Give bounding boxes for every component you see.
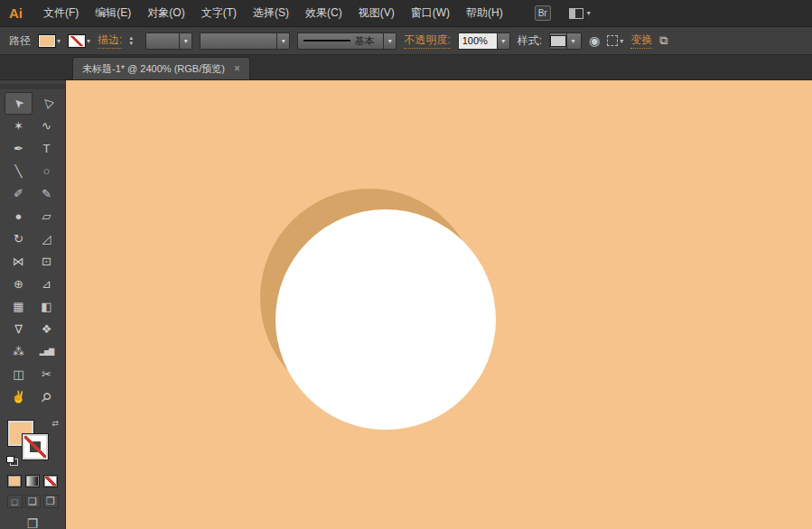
menu-help[interactable]: 帮助(H) bbox=[458, 5, 511, 21]
draw-behind-icon[interactable]: ❏ bbox=[25, 495, 41, 508]
gradient-button[interactable] bbox=[25, 475, 40, 487]
eraser-icon: ▱ bbox=[42, 209, 51, 223]
screen-mode-button[interactable]: ❐ bbox=[27, 516, 39, 529]
chevron-down-icon[interactable]: ▾ bbox=[57, 37, 61, 45]
blend-icon: ❖ bbox=[42, 322, 52, 336]
canvas[interactable] bbox=[66, 80, 812, 529]
tool-paintbrush[interactable]: ✐ bbox=[5, 182, 33, 205]
brush-definition-value: 基本 bbox=[350, 34, 383, 48]
fill-color-control[interactable]: ▾ bbox=[38, 34, 61, 48]
chevron-down-icon[interactable]: ▾ bbox=[179, 33, 191, 49]
document-tab[interactable]: 未标题-1* @ 2400% (RGB/预览) × bbox=[72, 57, 250, 79]
align-panel-icon[interactable]: ⧉ bbox=[659, 33, 669, 48]
fill-stroke-indicator: ⇄ bbox=[6, 419, 59, 468]
menu-view[interactable]: 视图(V) bbox=[350, 5, 403, 21]
stroke-color-control[interactable]: ▾ bbox=[68, 34, 90, 48]
tool-line-segment[interactable]: ╲ bbox=[5, 160, 33, 182]
tool-ellipse[interactable]: ○ bbox=[33, 160, 61, 182]
color-button[interactable] bbox=[7, 475, 22, 487]
tool-column-graph[interactable]: ▂▅▇ bbox=[33, 340, 61, 363]
chevron-down-icon[interactable]: ▾ bbox=[276, 33, 289, 49]
tool-pencil[interactable]: ✎ bbox=[33, 182, 61, 205]
stepper-down-icon[interactable]: ▾ bbox=[129, 41, 138, 46]
tool-blob-brush[interactable]: ● bbox=[5, 205, 33, 227]
workspace-icon bbox=[569, 8, 583, 19]
context-label: 路径 bbox=[9, 33, 31, 49]
tool-lasso[interactable]: ∿ bbox=[33, 115, 61, 137]
menu-file[interactable]: 文件(F) bbox=[35, 5, 87, 21]
menu-object[interactable]: 对象(O) bbox=[139, 5, 192, 21]
color-mode-row bbox=[7, 475, 58, 487]
chevron-down-icon[interactable]: ▾ bbox=[87, 37, 90, 45]
tool-magic-wand[interactable]: ✶ bbox=[5, 115, 33, 137]
tools-panel-header[interactable] bbox=[0, 84, 65, 89]
opacity-combo[interactable]: 100% ▾ bbox=[458, 32, 510, 50]
menu-select[interactable]: 选择(S) bbox=[245, 5, 297, 21]
tool-perspective-grid[interactable]: ⊿ bbox=[33, 273, 61, 295]
stroke-panel-link[interactable]: 描边: bbox=[98, 32, 122, 49]
fill-swatch[interactable] bbox=[38, 34, 56, 48]
tool-slice[interactable]: ✂ bbox=[33, 363, 61, 385]
paintbrush-icon: ✐ bbox=[14, 187, 23, 200]
swap-fill-stroke-icon[interactable]: ⇄ bbox=[51, 419, 59, 428]
opacity-panel-link[interactable]: 不透明度: bbox=[404, 32, 450, 49]
tool-eyedropper[interactable]: ∇ bbox=[5, 318, 33, 340]
tool-type[interactable]: T bbox=[33, 137, 61, 160]
tool-zoom[interactable]: ⚲ bbox=[33, 385, 61, 408]
eyedropper-icon: ∇ bbox=[14, 322, 23, 336]
tool-blend[interactable]: ❖ bbox=[33, 318, 61, 340]
tool-mesh[interactable]: ▦ bbox=[5, 295, 33, 318]
workspace: ➤ ▷ ✶ ∿ ✒ T ╲ ○ ✐ ✎ ● ▱ ↻ ◿ ⋈ ⊡ ⊕ ⊿ ▦ ◧ bbox=[0, 80, 812, 529]
tool-pen[interactable]: ✒ bbox=[5, 137, 33, 160]
tool-eraser[interactable]: ▱ bbox=[33, 205, 61, 227]
menu-effect[interactable]: 效果(C) bbox=[297, 5, 350, 21]
line-icon: ╲ bbox=[15, 164, 23, 178]
bridge-icon[interactable]: Br bbox=[535, 5, 551, 21]
white-circle-shape[interactable] bbox=[275, 209, 496, 430]
stroke-weight-combo[interactable]: ▾ bbox=[145, 32, 192, 50]
menu-bar: Ai 文件(F) 编辑(E) 对象(O) 文字(T) 选择(S) 效果(C) 视… bbox=[0, 0, 812, 27]
draw-normal-icon[interactable]: □ bbox=[7, 495, 23, 508]
tool-hand[interactable]: ✌ bbox=[5, 385, 33, 408]
tool-symbol-sprayer[interactable]: ⁂ bbox=[5, 340, 33, 363]
close-icon[interactable]: × bbox=[234, 62, 240, 75]
chevron-down-icon: ▾ bbox=[587, 9, 591, 17]
chevron-down-icon[interactable]: ▾ bbox=[620, 37, 623, 45]
tool-artboard[interactable]: ◫ bbox=[5, 363, 33, 385]
width-profile-combo[interactable]: ▾ bbox=[200, 32, 290, 50]
tool-direct-selection[interactable]: ▷ bbox=[33, 92, 61, 115]
chevron-down-icon[interactable]: ▾ bbox=[383, 33, 396, 49]
stroke-none-box[interactable] bbox=[23, 434, 48, 459]
slice-icon: ✂ bbox=[42, 367, 51, 381]
tool-rotate[interactable]: ↻ bbox=[5, 227, 33, 250]
perspective-grid-icon: ⊿ bbox=[42, 277, 51, 291]
tool-shape-builder[interactable]: ⊕ bbox=[5, 273, 33, 295]
magic-wand-icon: ✶ bbox=[14, 119, 23, 133]
recolor-artwork-icon[interactable]: ◉ bbox=[589, 33, 600, 48]
brush-stroke-preview bbox=[303, 40, 350, 42]
draw-inside-icon[interactable]: ❒ bbox=[43, 495, 59, 508]
brush-definition-combo[interactable]: 基本 ▾ bbox=[297, 32, 397, 50]
select-similar-control[interactable]: ▾ bbox=[607, 35, 623, 46]
mesh-icon: ▦ bbox=[13, 300, 23, 313]
default-fill-stroke-icon[interactable] bbox=[6, 456, 18, 466]
style-combo[interactable]: ▾ bbox=[549, 32, 582, 50]
menu-edit[interactable]: 编辑(E) bbox=[87, 5, 139, 21]
tool-free-transform[interactable]: ⊡ bbox=[33, 250, 61, 273]
workspace-switcher[interactable]: ▾ bbox=[569, 8, 591, 19]
opacity-value[interactable]: 100% bbox=[459, 33, 497, 49]
tool-gradient[interactable]: ◧ bbox=[33, 295, 61, 318]
chevron-down-icon[interactable]: ▾ bbox=[497, 33, 509, 49]
none-button[interactable] bbox=[43, 475, 58, 487]
tool-selection[interactable]: ➤ bbox=[5, 92, 33, 115]
stroke-none-swatch[interactable] bbox=[68, 34, 86, 48]
menu-window[interactable]: 窗口(W) bbox=[403, 5, 458, 21]
style-swatch bbox=[550, 35, 566, 47]
chevron-down-icon[interactable]: ▾ bbox=[566, 33, 579, 49]
lasso-icon: ∿ bbox=[42, 119, 51, 133]
transform-panel-link[interactable]: 变换 bbox=[630, 32, 652, 49]
menu-type[interactable]: 文字(T) bbox=[193, 5, 245, 21]
tool-width[interactable]: ⋈ bbox=[5, 250, 33, 273]
stroke-weight-stepper[interactable]: ▴ ▾ bbox=[129, 35, 138, 46]
tool-scale[interactable]: ◿ bbox=[33, 227, 61, 250]
